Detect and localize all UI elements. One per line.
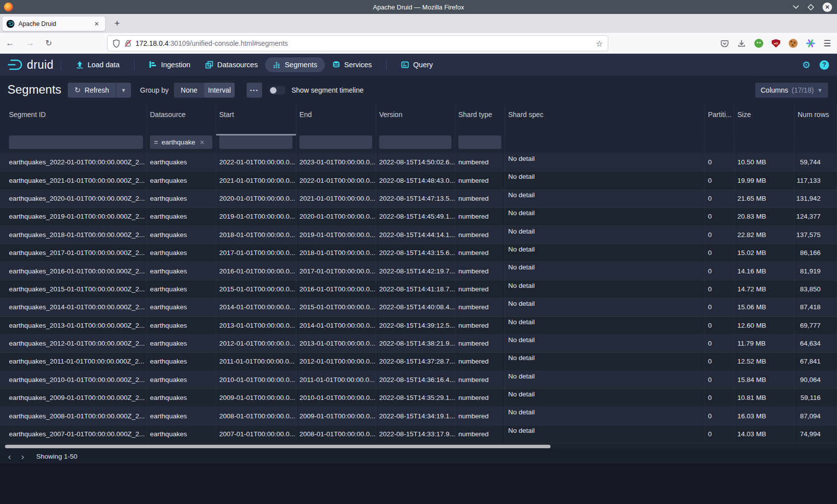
window-minimize-icon[interactable] xyxy=(793,5,799,9)
column-header-partition[interactable]: Partiti... xyxy=(705,105,734,135)
column-header-end[interactable]: End xyxy=(296,105,376,135)
forward-icon[interactable]: → xyxy=(20,38,40,48)
group-by-interval-button[interactable]: Interval xyxy=(204,83,235,98)
window-maximize-icon[interactable] xyxy=(807,3,815,11)
refresh-button[interactable]: ↻ Refresh xyxy=(68,83,116,98)
column-header-start[interactable]: Start xyxy=(216,105,296,135)
group-by-segmented-control: None Interval xyxy=(174,83,235,98)
reload-icon[interactable]: ↻ xyxy=(40,38,57,48)
cell-version: 2022-08-15T14:38:21.9... xyxy=(376,335,455,353)
cell-segment-id: earthquakes_2007-01-01T00:00:00.000Z_2..… xyxy=(0,425,147,443)
next-page-icon[interactable]: › xyxy=(16,452,29,461)
bookmark-star-icon[interactable]: ☆ xyxy=(596,39,603,48)
segment-id-filter-input[interactable] xyxy=(9,135,143,149)
table-row[interactable]: earthquakes_2013-01-01T00:00:00.000Z_2..… xyxy=(0,317,837,335)
datasource-filter-input[interactable]: = earthquake ✕ xyxy=(150,135,212,149)
horizontal-scrollbar[interactable] xyxy=(5,445,551,448)
cell-partition: 0 xyxy=(705,171,734,189)
chevron-down-icon: ▼ xyxy=(121,87,127,93)
download-icon[interactable] xyxy=(737,39,746,48)
cell-segment-id: earthquakes_2020-01-01T00:00:00.000Z_2..… xyxy=(0,190,147,208)
new-tab-button[interactable]: + xyxy=(110,16,125,31)
column-header-shard-type[interactable]: Shard type xyxy=(455,105,505,135)
view-control-bar: Segments ↻ Refresh ▼ Group by None Inter… xyxy=(0,76,837,105)
table-row[interactable]: earthquakes_2022-01-01T00:00:00.000Z_2..… xyxy=(0,153,837,171)
table-row[interactable]: earthquakes_2012-01-01T00:00:00.000Z_2..… xyxy=(0,335,837,353)
cell-start: 2021-01-01T00:00:00.0... xyxy=(216,171,296,189)
nav-item-ingestion[interactable]: Ingestion xyxy=(141,57,198,72)
cell-partition: 0 xyxy=(705,190,734,208)
table-row[interactable]: earthquakes_2019-01-01T00:00:00.000Z_2..… xyxy=(0,208,837,226)
column-header-version[interactable]: Version xyxy=(376,105,455,135)
cell-datasource: earthquakes xyxy=(147,190,216,208)
privacy-badger-icon[interactable] xyxy=(754,39,763,48)
shield-icon[interactable] xyxy=(113,39,120,48)
table-row[interactable]: earthquakes_2014-01-01T00:00:00.000Z_2..… xyxy=(0,298,837,316)
table-row[interactable]: earthquakes_2007-01-01T00:00:00.000Z_2..… xyxy=(0,425,837,443)
table-row[interactable]: earthquakes_2020-01-01T00:00:00.000Z_2..… xyxy=(0,190,837,208)
cell-num-rows: 59,744 xyxy=(795,153,837,171)
table-row[interactable]: earthquakes_2021-01-01T00:00:00.000Z_2..… xyxy=(0,171,837,189)
version-filter-input[interactable] xyxy=(379,135,451,149)
cell-shard-type: numbered xyxy=(455,407,505,425)
table-row[interactable]: earthquakes_2016-01-01T00:00:00.000Z_2..… xyxy=(0,262,837,280)
nav-item-datasources[interactable]: Datasources xyxy=(198,57,265,72)
divider xyxy=(134,59,135,70)
url-bar[interactable]: 172.18.0.4:30109/unified-console.html#se… xyxy=(107,35,608,51)
filter-row: = earthquake ✕ xyxy=(0,135,837,153)
browser-toolbar: ← → ↻ 172.18.0.4:30109/unified-console.h… xyxy=(0,33,837,54)
help-icon[interactable]: ? xyxy=(820,60,829,70)
cookie-extension-icon[interactable] xyxy=(789,39,798,48)
ublock-origin-icon[interactable]: uO xyxy=(772,39,780,48)
nav-item-services[interactable]: Services xyxy=(325,57,380,72)
more-options-button[interactable]: ••• xyxy=(247,83,262,98)
refresh-caret-button[interactable]: ▼ xyxy=(116,83,131,98)
table-row[interactable]: earthquakes_2015-01-01T00:00:00.000Z_2..… xyxy=(0,280,837,298)
table-row[interactable]: earthquakes_2008-01-01T00:00:00.000Z_2..… xyxy=(0,407,837,425)
nav-item-label: Ingestion xyxy=(161,61,190,69)
cell-shard-spec: No detail xyxy=(505,425,705,443)
columns-button[interactable]: Columns (17/18) ▼ xyxy=(755,83,828,98)
cell-shard-spec: No detail xyxy=(505,371,705,389)
group-by-label: Group by xyxy=(140,86,169,94)
table-row[interactable]: earthquakes_2018-01-01T00:00:00.000Z_2..… xyxy=(0,226,837,244)
hamburger-menu-icon[interactable]: ☰ xyxy=(824,33,831,54)
prev-page-icon[interactable]: ‹ xyxy=(3,452,16,461)
insecure-lock-icon[interactable] xyxy=(125,39,132,47)
table-row[interactable]: earthquakes_2011-01-01T00:00:00.000Z_2..… xyxy=(0,353,837,371)
nav-item-query[interactable]: Query xyxy=(394,57,440,72)
column-header-shard-spec[interactable]: Shard spec xyxy=(505,105,705,135)
window-close-icon[interactable]: ✕ xyxy=(823,2,832,12)
druid-logo[interactable]: druid xyxy=(7,58,54,72)
nav-item-segments[interactable]: Segments xyxy=(265,57,324,72)
cell-shard-spec: No detail xyxy=(505,153,705,171)
table-row[interactable]: earthquakes_2010-01-01T00:00:00.000Z_2..… xyxy=(0,371,837,389)
back-icon[interactable]: ← xyxy=(0,38,20,48)
cell-size: 10.50 MB xyxy=(734,153,795,171)
table-row[interactable]: earthquakes_2017-01-01T00:00:00.000Z_2..… xyxy=(0,244,837,262)
cell-segment-id: earthquakes_2016-01-01T00:00:00.000Z_2..… xyxy=(0,262,147,280)
cell-end: 2017-01-01T00:00:00.0... xyxy=(296,262,376,280)
start-filter-input[interactable] xyxy=(219,135,292,149)
table-row[interactable]: earthquakes_2009-01-01T00:00:00.000Z_2..… xyxy=(0,389,837,407)
cell-datasource: earthquakes xyxy=(147,171,216,189)
remove-filter-icon[interactable]: ✕ xyxy=(200,139,205,146)
segment-timeline-toggle[interactable] xyxy=(269,86,285,95)
group-by-none-button[interactable]: None xyxy=(174,83,204,98)
settings-gear-icon[interactable]: ⚙ xyxy=(802,59,811,71)
cell-shard-type: numbered xyxy=(455,425,505,443)
pocket-icon[interactable] xyxy=(720,39,729,48)
multi-account-containers-icon[interactable] xyxy=(806,39,815,48)
column-header-num-rows[interactable]: Num rows xyxy=(795,105,837,135)
cell-num-rows: 90,064 xyxy=(795,371,837,389)
cell-segment-id: earthquakes_2011-01-01T00:00:00.000Z_2..… xyxy=(0,353,147,371)
nav-item-load-data[interactable]: Load data xyxy=(68,57,128,72)
tab-apache-druid[interactable]: Apache Druid ✕ xyxy=(2,16,106,31)
tab-close-icon[interactable]: ✕ xyxy=(92,19,101,28)
column-header-segment-id[interactable]: Segment ID xyxy=(0,105,147,135)
shard-type-filter-input[interactable] xyxy=(458,135,501,149)
end-filter-input[interactable] xyxy=(299,135,372,149)
column-header-datasource[interactable]: Datasource xyxy=(147,105,216,135)
cell-partition: 0 xyxy=(705,353,734,371)
column-header-size[interactable]: Size xyxy=(734,105,795,135)
